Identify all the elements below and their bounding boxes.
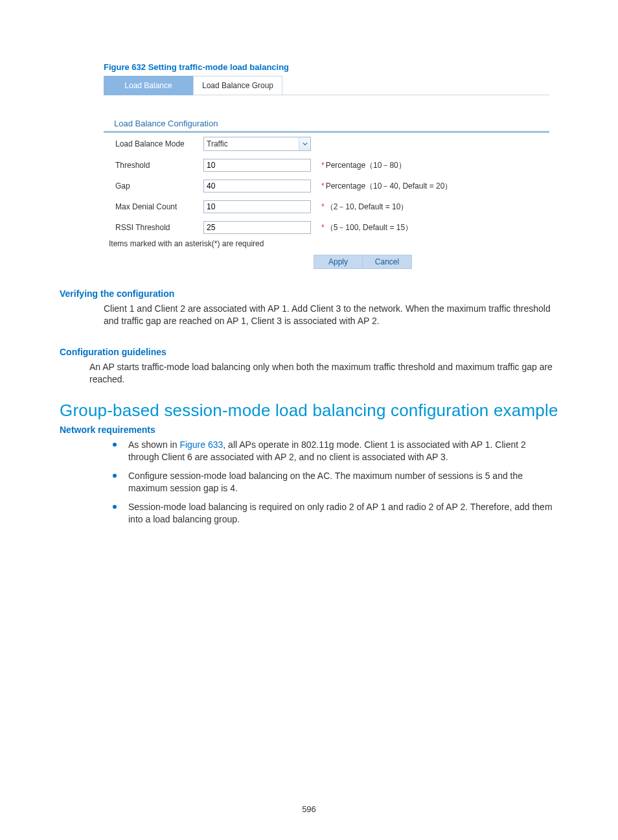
bullet-1: As shown in Figure 633, all APs operate …: [113, 439, 558, 463]
config-form: Load Balance Mode Traffic Threshold *Per…: [104, 133, 549, 238]
tab-load-balance[interactable]: Load Balance: [104, 76, 193, 95]
select-load-balance-mode[interactable]: Traffic: [203, 137, 311, 151]
figure-caption: Figure 632 Setting traffic-mode load bal…: [104, 62, 558, 72]
input-max-denial[interactable]: [203, 200, 311, 213]
chevron-down-icon: [299, 137, 310, 150]
button-row: Apply Cancel: [314, 255, 549, 269]
input-gap[interactable]: [203, 180, 311, 192]
bullet-1-pre: As shown in: [128, 439, 179, 450]
link-figure-633[interactable]: Figure 633: [179, 439, 223, 450]
hint-threshold: *Percentage（10－80）: [316, 155, 549, 176]
tab-load-balance-group[interactable]: Load Balance Group: [193, 76, 282, 95]
label-gap: Gap: [104, 176, 198, 196]
hint-rssi: *（5－100, Default = 15）: [316, 217, 549, 238]
body-verifying: Client 1 and Client 2 are associated wit…: [104, 303, 558, 327]
heading-net-req: Network requirements: [60, 425, 558, 435]
page-number: 596: [0, 804, 618, 814]
required-note: Items marked with an asterisk(*) are req…: [109, 239, 549, 248]
select-value: Traffic: [207, 139, 228, 148]
tab-bar: Load Balance Load Balance Group: [104, 76, 549, 95]
label-mode: Load Balance Mode: [104, 133, 198, 155]
apply-button[interactable]: Apply: [314, 255, 363, 269]
input-rssi[interactable]: [203, 221, 311, 234]
input-threshold[interactable]: [203, 159, 311, 172]
tab-bar-filler: [282, 76, 549, 95]
label-max-denial: Max Denial Count: [104, 196, 198, 217]
panel-title: Load Balance Configuration: [114, 119, 549, 128]
bullet-2: Configure session-mode load balancing on…: [113, 470, 558, 495]
heading-guidelines: Configuration guidelines: [60, 347, 558, 357]
body-guidelines: An AP starts traffic-mode load balancing…: [89, 361, 558, 386]
heading-main: Group-based session-mode load balancing …: [60, 400, 558, 421]
cancel-button[interactable]: Cancel: [363, 255, 412, 269]
label-threshold: Threshold: [104, 155, 198, 176]
heading-verifying: Verifying the configuration: [60, 288, 558, 299]
figure-screenshot: Load Balance Load Balance Group Load Bal…: [104, 76, 549, 269]
hint-gap: *Percentage（10－40, Default = 20）: [316, 176, 549, 196]
label-rssi: RSSI Threshold: [104, 217, 198, 238]
bullet-list: As shown in Figure 633, all APs operate …: [113, 439, 558, 525]
hint-max-denial: *（2－10, Default = 10）: [316, 196, 549, 217]
bullet-3: Session-mode load balancing is required …: [113, 501, 558, 526]
